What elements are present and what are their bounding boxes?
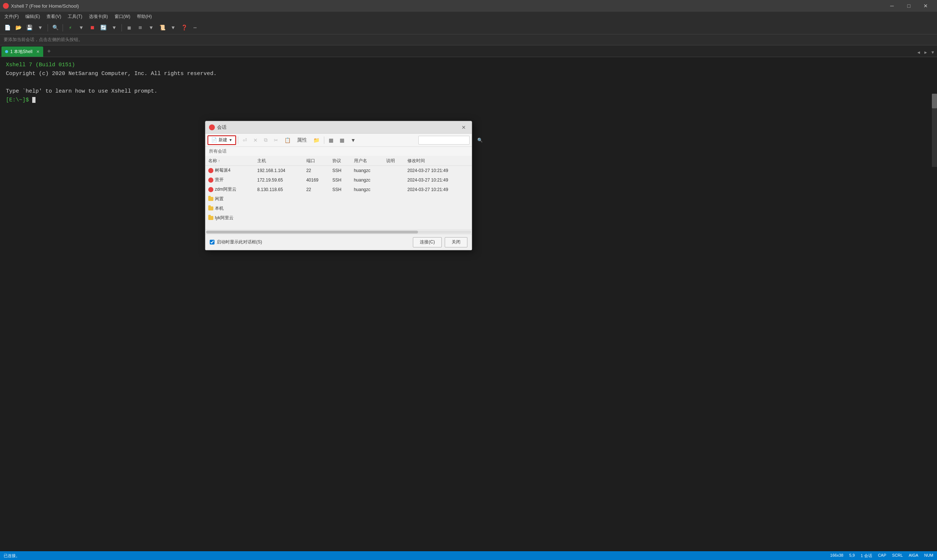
dialog-footer: 启动时显示此对话框(S) 连接(C) 关闭 bbox=[205, 234, 472, 250]
new-session-button[interactable]: 📄 新建 ▼ bbox=[208, 135, 236, 145]
cell-port bbox=[303, 194, 329, 204]
dialog-close-button[interactable]: ✕ bbox=[459, 123, 468, 132]
cell-host bbox=[254, 204, 303, 213]
search-icon: 🔍 bbox=[477, 138, 483, 143]
terminal-help: Type `help' to learn how to use Xshell p… bbox=[6, 88, 157, 94]
menu-tabs[interactable]: 选项卡(B) bbox=[86, 13, 111, 20]
toolbar-help-btn[interactable]: ❓ bbox=[179, 23, 189, 32]
folder-icon bbox=[208, 197, 213, 201]
terminal-line-3 bbox=[6, 78, 931, 87]
toolbar-group-search: 🔍 bbox=[50, 23, 60, 32]
session-search-input[interactable] bbox=[421, 138, 476, 143]
grid2-btn[interactable]: ▦ bbox=[337, 135, 347, 145]
menu-edit[interactable]: 编辑(E) bbox=[22, 13, 43, 20]
table-h-scrollbar[interactable] bbox=[205, 229, 472, 234]
window-controls: ─ □ ✕ bbox=[883, 0, 934, 12]
table-row[interactable]: 树莓派4192.168.1.10422SSHhuangzc2024-03-27 … bbox=[205, 166, 472, 175]
connect-btn: ⏎ bbox=[240, 135, 249, 145]
col-protocol: 协议 bbox=[329, 156, 351, 166]
terminal-line-5: [E:\~]$ bbox=[6, 96, 931, 105]
session-table-container: 名称 ↑ 主机 端口 协议 用户名 说明 修改时间 树莓派4192.168.1.… bbox=[205, 156, 472, 229]
startup-checkbox-label[interactable]: 启动时显示此对话框(S) bbox=[210, 239, 262, 245]
folder-icon bbox=[208, 216, 213, 220]
terminal-version: Xshell 7 (Build 0151) bbox=[6, 62, 75, 68]
toolbar-grid-btn[interactable]: ▦ bbox=[124, 23, 134, 32]
sort-arrow-name: ↑ bbox=[218, 159, 220, 163]
cell-host: 172.19.59.65 bbox=[254, 175, 303, 185]
tab-label: 1 本地Shell bbox=[10, 49, 32, 55]
close-dialog-button[interactable]: 关闭 bbox=[445, 237, 468, 248]
connect-button[interactable]: 连接(C) bbox=[413, 237, 442, 248]
cell-name: zdm阿里云 bbox=[205, 185, 254, 194]
menu-tools[interactable]: 工具(T) bbox=[65, 13, 85, 20]
tab-add-button[interactable]: + bbox=[45, 47, 54, 56]
dialog-title-text: 会话 bbox=[217, 124, 457, 131]
grid-dropdown-btn[interactable]: ▼ bbox=[348, 135, 358, 145]
toolbar-dropdown3[interactable]: ▼ bbox=[109, 23, 119, 32]
toolbar-save-btn[interactable]: 💾 bbox=[24, 23, 34, 32]
menu-file[interactable]: 文件(F) bbox=[2, 13, 22, 20]
toolbar-script-btn[interactable]: 📜 bbox=[157, 23, 167, 32]
folder-btn[interactable]: 📁 bbox=[311, 135, 322, 145]
cut-btn: ✂ bbox=[271, 135, 281, 145]
props-btn[interactable]: 属性 bbox=[294, 135, 310, 145]
scrollbar-right[interactable] bbox=[932, 94, 937, 167]
copy-btn: ⧉ bbox=[262, 135, 270, 145]
table-row[interactable]: 本机 bbox=[205, 204, 472, 213]
toolbar-session-btn[interactable]: ⚡ bbox=[65, 23, 75, 32]
table-row[interactable]: lyk阿里云 bbox=[205, 213, 472, 223]
maximize-button[interactable]: □ bbox=[900, 0, 917, 12]
toolbar-sep-3 bbox=[122, 24, 122, 31]
dialog-toolbar: 📄 新建 ▼ ⏎ ✕ ⧉ ✂ 📋 属性 📁 ▦ ▦ ▼ 🔍 bbox=[205, 134, 472, 147]
toolbar-more-btn[interactable]: ⋯ bbox=[190, 23, 200, 32]
cell-note bbox=[383, 194, 405, 204]
toolbar-open-btn[interactable]: 📂 bbox=[13, 23, 23, 32]
tab-nav-right[interactable]: ▶ bbox=[923, 50, 929, 55]
table-row[interactable]: 营开172.19.59.6540169SSHhuangzc2024-03-27 … bbox=[205, 175, 472, 185]
tab-nav-menu[interactable]: ▼ bbox=[930, 50, 935, 55]
cell-modified bbox=[405, 194, 472, 204]
app-icon bbox=[3, 3, 9, 9]
cell-username bbox=[351, 213, 383, 223]
terminal-line-1: Xshell 7 (Build 0151) bbox=[6, 61, 931, 69]
toolbar-dropdown2[interactable]: ▼ bbox=[76, 23, 86, 32]
session-icon bbox=[208, 177, 213, 183]
toolbar-search-btn[interactable]: 🔍 bbox=[50, 23, 60, 32]
scrollbar-thumb[interactable] bbox=[932, 94, 937, 108]
menu-bar: 文件(F) 编辑(E) 查看(V) 工具(T) 选项卡(B) 窗口(W) 帮助(… bbox=[0, 12, 937, 21]
tab-close-icon[interactable]: ✕ bbox=[36, 49, 40, 54]
session-search-box[interactable]: 🔍 bbox=[418, 136, 469, 145]
toolbar-reload-btn[interactable]: 🔄 bbox=[98, 23, 108, 32]
toolbar-stop-btn[interactable]: ⏹ bbox=[87, 23, 97, 32]
startup-checkbox[interactable] bbox=[210, 240, 214, 245]
session-icon bbox=[208, 187, 213, 192]
cell-protocol bbox=[329, 194, 351, 204]
dialog-titlebar: 会话 ✕ bbox=[205, 121, 472, 134]
cell-protocol bbox=[329, 213, 351, 223]
status-connected: 已连接。 bbox=[4, 553, 20, 558]
grid1-btn[interactable]: ▦ bbox=[326, 135, 336, 145]
cell-note bbox=[383, 166, 405, 175]
close-button[interactable]: ✕ bbox=[917, 0, 934, 12]
toolbar-dropdown4[interactable]: ▼ bbox=[146, 23, 156, 32]
terminal-area[interactable]: Xshell 7 (Build 0151) Copyright (c) 2020… bbox=[0, 57, 937, 108]
menu-help[interactable]: 帮助(H) bbox=[134, 13, 155, 20]
table-row[interactable]: zdm阿里云8.130.118.6522SSHhuangzc2024-03-27… bbox=[205, 185, 472, 194]
tab-local-shell[interactable]: 1 本地Shell ✕ bbox=[2, 46, 43, 57]
delete-btn: ✕ bbox=[251, 135, 260, 145]
tab-nav-left[interactable]: ◀ bbox=[916, 50, 921, 55]
toolbar-new-btn[interactable]: 📄 bbox=[2, 23, 12, 32]
cell-port bbox=[303, 204, 329, 213]
status-aiga: AIGA bbox=[909, 553, 919, 558]
toolbar-dropdown5[interactable]: ▼ bbox=[168, 23, 178, 32]
address-hint: 要添加当前会话，点击左侧的箭头按钮。 bbox=[4, 37, 83, 43]
minimize-button[interactable]: ─ bbox=[883, 0, 900, 12]
toolbar-dropdown1[interactable]: ▼ bbox=[35, 23, 45, 32]
toolbar-split-btn[interactable]: ⊞ bbox=[135, 23, 145, 32]
title-bar-left: Xshell 7 (Free for Home/School) bbox=[3, 3, 79, 9]
cell-note bbox=[383, 175, 405, 185]
menu-view[interactable]: 查看(V) bbox=[43, 13, 64, 20]
table-row[interactable]: 闲置 bbox=[205, 194, 472, 204]
session-dialog: 会话 ✕ 📄 新建 ▼ ⏎ ✕ ⧉ ✂ 📋 属性 📁 ▦ ▦ ▼ 🔍 bbox=[205, 121, 472, 250]
menu-window[interactable]: 窗口(W) bbox=[112, 13, 133, 20]
